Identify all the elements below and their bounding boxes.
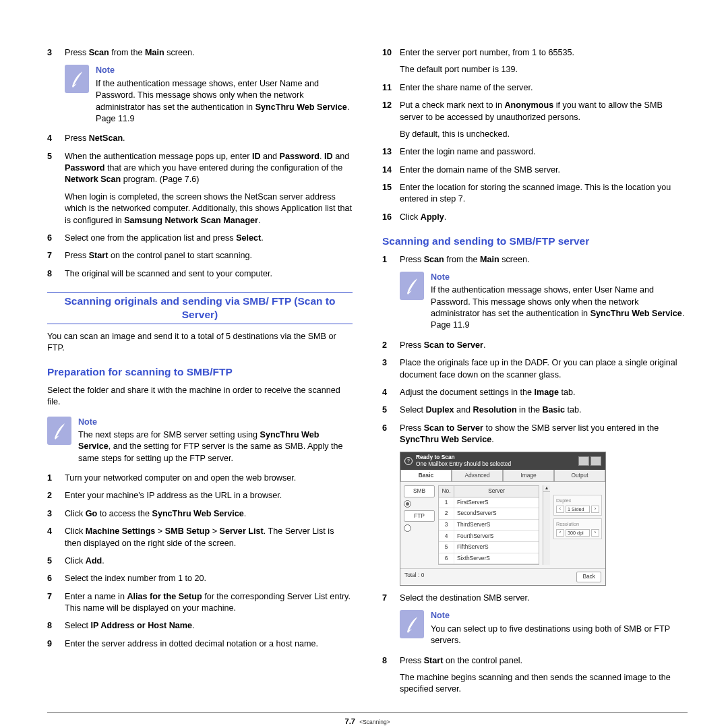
table-row[interactable]: 3ThirdServerS bbox=[439, 520, 539, 531]
server-table: No.Server 1FirstServerS 2SecondServerS 3… bbox=[438, 485, 539, 565]
prep-6: 6Select the index number from 1 to 20. bbox=[47, 573, 353, 584]
step-7: 7Press Start on the control panel to sta… bbox=[47, 250, 353, 262]
prep-8: 8Select IP Address or Host Name. bbox=[47, 620, 353, 632]
table-row[interactable]: 5FifthServerS bbox=[439, 542, 539, 553]
step-6: 6Select one from the application list an… bbox=[47, 233, 353, 244]
note-icon bbox=[47, 417, 71, 445]
table-row[interactable]: 2SecondServerS bbox=[439, 508, 539, 520]
ui-screenshot: ? Ready to Scan One Mailbox Entry should… bbox=[400, 452, 606, 586]
send-6: 6Press Scan to Server to show the SMB se… bbox=[382, 423, 688, 446]
tab-advanced[interactable]: Advanced bbox=[452, 470, 503, 483]
step-8: 8The original will be scanned and sent t… bbox=[47, 268, 353, 280]
send-2: 2Press Scan to Server. bbox=[382, 340, 688, 351]
next-icon[interactable]: › bbox=[591, 506, 599, 513]
note-auth-2: Note If the authentication message shows… bbox=[400, 272, 688, 332]
page-footer: 7.7 <Scanning> bbox=[47, 712, 688, 727]
note-title: Note bbox=[96, 65, 353, 76]
prep-14: 14Enter the domain name of the SMB serve… bbox=[382, 164, 688, 176]
help-icon: ? bbox=[404, 457, 413, 465]
note-icon bbox=[400, 610, 424, 638]
toolbar-button[interactable] bbox=[590, 456, 601, 466]
subsection-intro: Select the folder and share it with the … bbox=[47, 385, 353, 408]
total-label: Total : 0 bbox=[404, 572, 424, 582]
prep-13: 13Enter the login name and password. bbox=[382, 146, 688, 158]
note-five-dest: Note You can select up to five destinati… bbox=[400, 610, 688, 646]
step-3: 3 Press Scan from the Main screen. bbox=[47, 47, 353, 59]
prep-15: 15Enter the location for storing the sca… bbox=[382, 182, 688, 206]
step-4: 4 Press NetScan. bbox=[47, 133, 353, 144]
right-column: 10Enter the server port number, from 1 t… bbox=[382, 47, 688, 702]
note-auth-1: Note If the authentication message shows… bbox=[65, 65, 353, 125]
prep-11: 11Enter the share name of the server. bbox=[382, 82, 688, 94]
scroll-up-icon[interactable]: ▴ bbox=[543, 485, 550, 492]
toolbar-button[interactable] bbox=[578, 456, 589, 466]
page-columns: 3 Press Scan from the Main screen. Note … bbox=[47, 47, 688, 702]
send-7: 7Select the destination SMB server. bbox=[382, 593, 688, 604]
subsection-scan-send: Scanning and sending to SMB/FTP server bbox=[382, 234, 688, 248]
scrollbar[interactable]: ▴ bbox=[543, 485, 550, 565]
section-heading-scan-to-server: Scanning originals and sending via SMB/ … bbox=[47, 292, 353, 324]
prev-icon[interactable]: ‹ bbox=[556, 506, 564, 513]
send-1: 1Press Scan from the Main screen. bbox=[382, 254, 688, 266]
tab-image[interactable]: Image bbox=[503, 470, 554, 483]
note-icon bbox=[65, 65, 89, 93]
next-icon[interactable]: › bbox=[591, 529, 599, 537]
prep-1: 1Turn your networked computer on and ope… bbox=[47, 473, 353, 484]
radio-smb[interactable] bbox=[404, 500, 411, 508]
table-row[interactable]: 6SixthServerS bbox=[439, 553, 539, 565]
shot-titlebar: ? Ready to Scan One Mailbox Entry should… bbox=[400, 452, 605, 469]
send-3: 3Place the originals face up in the DADF… bbox=[382, 357, 688, 381]
send-8: 8Press Start on the control panel.The ma… bbox=[382, 655, 688, 696]
resolution-box: Resolution ‹300 dpi› bbox=[553, 518, 602, 539]
note-smb-setup: Note The next steps are for SMB server s… bbox=[47, 417, 353, 465]
shot-tabs: Basic Advanced Image Output bbox=[400, 470, 605, 483]
prep-3: 3Click Go to access the SyncThru Web Ser… bbox=[47, 508, 353, 520]
prep-16: 16Click Apply. bbox=[382, 212, 688, 223]
left-column: 3 Press Scan from the Main screen. Note … bbox=[47, 47, 353, 702]
table-row[interactable]: 4FourthServerS bbox=[439, 531, 539, 543]
duplex-box: Duplex ‹1 Sided› bbox=[553, 495, 602, 516]
prep-9: 9Enter the server address in dotted deci… bbox=[47, 638, 353, 650]
prep-12: 12Put a check mark next to in Anonymous … bbox=[382, 100, 688, 140]
prep-5: 5Click Add. bbox=[47, 555, 353, 567]
send-5: 5Select Duplex and Resolution in the Bas… bbox=[382, 404, 688, 416]
subsection-prep: Preparation for scanning to SMB/FTP bbox=[47, 365, 353, 379]
protocol-ftp[interactable]: FTP bbox=[404, 510, 435, 522]
prep-4: 4Click Machine Settings > SMB Setup > Se… bbox=[47, 526, 353, 549]
prep-2: 2Enter your machine's IP address as the … bbox=[47, 490, 353, 502]
send-4: 4Adjust the document settings in the Ima… bbox=[382, 387, 688, 398]
prep-10: 10Enter the server port number, from 1 t… bbox=[382, 47, 688, 76]
protocol-smb[interactable]: SMB bbox=[404, 485, 435, 497]
prev-icon[interactable]: ‹ bbox=[556, 529, 564, 537]
prep-7: 7Enter a name in Alias for the Setup for… bbox=[47, 591, 353, 615]
radio-ftp[interactable] bbox=[404, 524, 411, 532]
table-row[interactable]: 1FirstServerS bbox=[439, 497, 539, 509]
section-intro: You can scan an image and send it to a t… bbox=[47, 331, 353, 355]
note-icon bbox=[400, 272, 424, 300]
back-button[interactable]: Back bbox=[576, 572, 601, 582]
tab-basic[interactable]: Basic bbox=[400, 470, 452, 483]
step-5: 5 When the authentication message pops u… bbox=[47, 151, 353, 226]
tab-output[interactable]: Output bbox=[554, 470, 605, 483]
